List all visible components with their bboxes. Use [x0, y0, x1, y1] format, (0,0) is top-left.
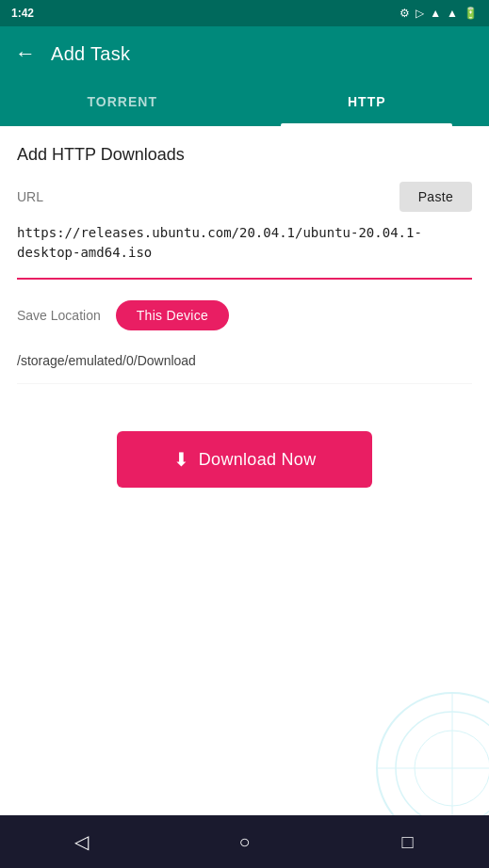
url-section: URL Paste: [17, 182, 472, 280]
tabs-container: TORRENT HTTP: [0, 81, 489, 126]
tab-http[interactable]: HTTP: [245, 81, 490, 126]
bottom-nav: ◁ ○ □: [0, 815, 489, 868]
toolbar: ← Add Task: [0, 26, 489, 81]
paste-button[interactable]: Paste: [399, 182, 472, 212]
status-bar-right: ⚙ ▷ ▲ ▲ 🔋: [399, 7, 478, 20]
save-location-section: Save Location This Device: [17, 300, 472, 330]
url-label: URL: [17, 189, 43, 204]
tab-torrent[interactable]: TORRENT: [0, 81, 245, 126]
battery-icon: 🔋: [464, 7, 478, 20]
status-time: 1:42: [11, 7, 34, 20]
status-bar: 1:42 ⚙ ▷ ▲ ▲ 🔋: [0, 0, 489, 26]
wifi-icon: ▲: [447, 7, 458, 20]
download-section: ⬇ Download Now: [17, 431, 472, 488]
settings-icon: ⚙: [399, 7, 410, 20]
signal-icon: ▲: [430, 7, 441, 20]
save-location-label: Save Location: [17, 308, 101, 323]
url-underline: [17, 278, 472, 280]
nav-recent-button[interactable]: □: [389, 823, 427, 860]
url-row: URL Paste: [17, 182, 472, 212]
nav-home-button[interactable]: ○: [226, 823, 264, 860]
media-icon: ▷: [416, 7, 424, 20]
url-input[interactable]: [17, 216, 472, 272]
status-bar-left: 1:42: [11, 7, 34, 20]
url-input-container: [17, 216, 472, 280]
section-title: Add HTTP Downloads: [17, 145, 472, 165]
page-title: Add Task: [51, 43, 130, 65]
download-now-button[interactable]: ⬇ Download Now: [117, 431, 373, 488]
download-button-label: Download Now: [199, 450, 317, 470]
main-content: Add HTTP Downloads URL Paste Save Locati…: [0, 126, 489, 815]
download-icon: ⬇: [173, 448, 189, 471]
nav-back-button[interactable]: ◁: [63, 823, 101, 860]
this-device-button[interactable]: This Device: [116, 300, 229, 330]
storage-path: /storage/emulated/0/Download: [17, 346, 472, 384]
back-button[interactable]: ←: [15, 41, 36, 66]
